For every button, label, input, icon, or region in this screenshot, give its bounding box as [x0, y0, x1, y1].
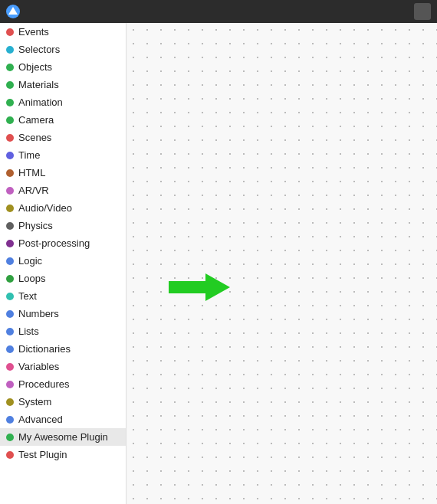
category-dot [6, 81, 14, 89]
sidebar-item-label: Selectors [18, 44, 60, 55]
category-dot [6, 328, 14, 335]
svg-marker-1 [169, 273, 230, 301]
category-dot [6, 134, 14, 142]
sidebar-item-dictionaries[interactable]: Dictionaries [0, 340, 126, 358]
sidebar-item-label: Procedures [18, 378, 69, 390]
sidebar-item-animation[interactable]: Animation [0, 93, 126, 111]
sidebar-item-text[interactable]: Text [0, 287, 126, 305]
sidebar-item-ar-vr[interactable]: AR/VR [0, 182, 126, 199]
sidebar-item-label: System [18, 396, 51, 407]
sidebar-item-label: Events [18, 26, 49, 38]
green-arrow-icon [169, 272, 230, 303]
app-header [0, 0, 437, 23]
sidebar-item-label: Audio/Video [18, 202, 72, 214]
sidebar-item-label: Variables [18, 361, 59, 372]
sidebar-item-time[interactable]: Time [0, 146, 126, 164]
main-layout: EventsSelectorsObjectsMaterialsAnimation… [0, 23, 437, 504]
category-dot [6, 46, 14, 54]
sidebar-item-label: Objects [18, 61, 52, 73]
sidebar-plugin-label: My Awesome Plugin [18, 431, 108, 443]
sidebar-item-audio-video[interactable]: Audio/Video [0, 199, 126, 217]
sidebar-item-label: HTML [18, 167, 45, 178]
category-dot [6, 240, 14, 247]
sidebar-item-label: AR/VR [18, 185, 49, 196]
sidebar-item-label: Advanced [18, 414, 63, 425]
sidebar-item-materials[interactable]: Materials [0, 76, 126, 93]
sidebar-plugins-container: My Awesome PluginTest Plugin [0, 428, 126, 463]
sidebar-item-events[interactable]: Events [0, 23, 126, 41]
sidebar-plugin-my-awesome-plugin[interactable]: My Awesome Plugin [0, 428, 126, 446]
plugin-dot [6, 451, 14, 459]
sidebar-plugin-test-plugin[interactable]: Test Plugin [0, 446, 126, 463]
category-dot [6, 222, 14, 230]
sidebar-item-label: Dictionaries [18, 343, 71, 355]
sidebar-item-advanced[interactable]: Advanced [0, 411, 126, 428]
sidebar-item-label: Materials [18, 79, 59, 90]
sidebar-items-container: EventsSelectorsObjectsMaterialsAnimation… [0, 23, 126, 428]
sidebar-item-label: Animation [18, 97, 63, 108]
sidebar-item-numbers[interactable]: Numbers [0, 305, 126, 322]
sidebar-item-loops[interactable]: Loops [0, 270, 126, 287]
sidebar-item-label: Numbers [18, 308, 59, 319]
add-tab-button[interactable] [414, 3, 431, 20]
sidebar-item-label: Time [18, 149, 40, 161]
category-dot [6, 152, 14, 159]
category-dot [6, 205, 14, 212]
sidebar-item-label: Lists [18, 326, 39, 337]
sidebar-plugin-label: Test Plugin [18, 449, 67, 460]
plugin-dot [6, 434, 14, 441]
category-dot [6, 99, 14, 106]
sidebar: EventsSelectorsObjectsMaterialsAnimation… [0, 23, 127, 504]
app-logo-icon [6, 5, 20, 18]
sidebar-item-lists[interactable]: Lists [0, 322, 126, 340]
category-dot [6, 310, 14, 318]
category-dot [6, 169, 14, 177]
sidebar-item-objects[interactable]: Objects [0, 58, 126, 76]
sidebar-item-system[interactable]: System [0, 393, 126, 411]
sidebar-item-scenes[interactable]: Scenes [0, 129, 126, 146]
sidebar-item-logic[interactable]: Logic [0, 252, 126, 270]
sidebar-item-camera[interactable]: Camera [0, 111, 126, 129]
category-dot [6, 398, 14, 406]
sidebar-item-html[interactable]: HTML [0, 164, 126, 182]
sidebar-item-label: Camera [18, 114, 54, 126]
category-dot [6, 416, 14, 424]
svg-marker-0 [8, 7, 18, 15]
category-dot [6, 363, 14, 371]
category-dot [6, 275, 14, 283]
sidebar-item-selectors[interactable]: Selectors [0, 41, 126, 58]
sidebar-item-label: Text [18, 290, 37, 302]
sidebar-item-label: Physics [18, 220, 53, 231]
category-dot [6, 116, 14, 124]
sidebar-item-physics[interactable]: Physics [0, 217, 126, 234]
category-dot [6, 64, 14, 71]
sidebar-item-post-processing[interactable]: Post-processing [0, 234, 126, 252]
category-dot [6, 381, 14, 388]
sidebar-item-label: Logic [18, 255, 42, 267]
puzzle-canvas[interactable] [127, 23, 437, 504]
category-dot [6, 345, 14, 353]
category-dot [6, 28, 14, 36]
category-dot [6, 187, 14, 195]
category-dot [6, 257, 14, 265]
sidebar-item-variables[interactable]: Variables [0, 358, 126, 375]
sidebar-item-procedures[interactable]: Procedures [0, 375, 126, 393]
sidebar-item-label: Scenes [18, 132, 51, 143]
sidebar-item-label: Post-processing [18, 237, 90, 249]
sidebar-item-label: Loops [18, 273, 45, 284]
category-dot [6, 293, 14, 300]
